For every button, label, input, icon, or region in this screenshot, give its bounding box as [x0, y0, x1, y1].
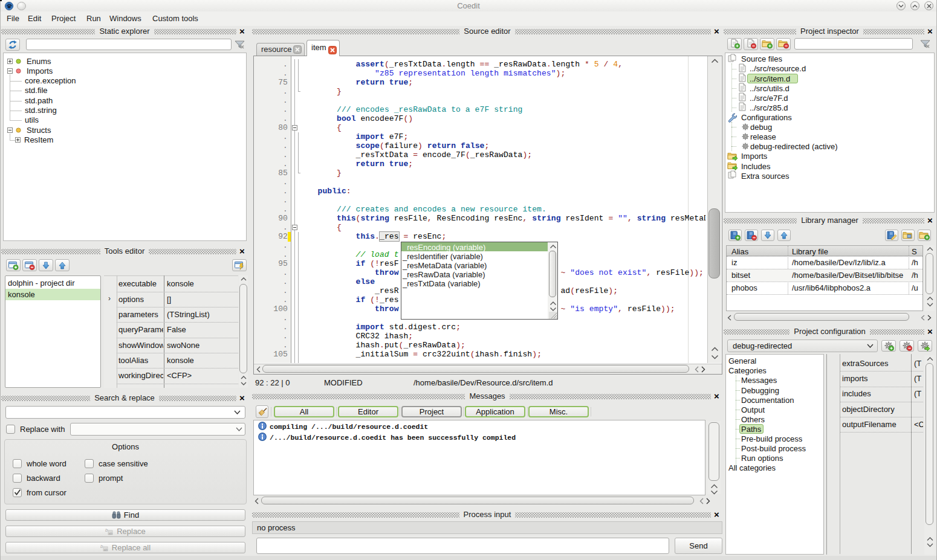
svg-text:b: b — [105, 527, 108, 533]
svg-text:ab: ab — [109, 532, 113, 535]
svg-text:ab: ab — [103, 548, 108, 552]
svg-text:b: b — [100, 544, 103, 549]
